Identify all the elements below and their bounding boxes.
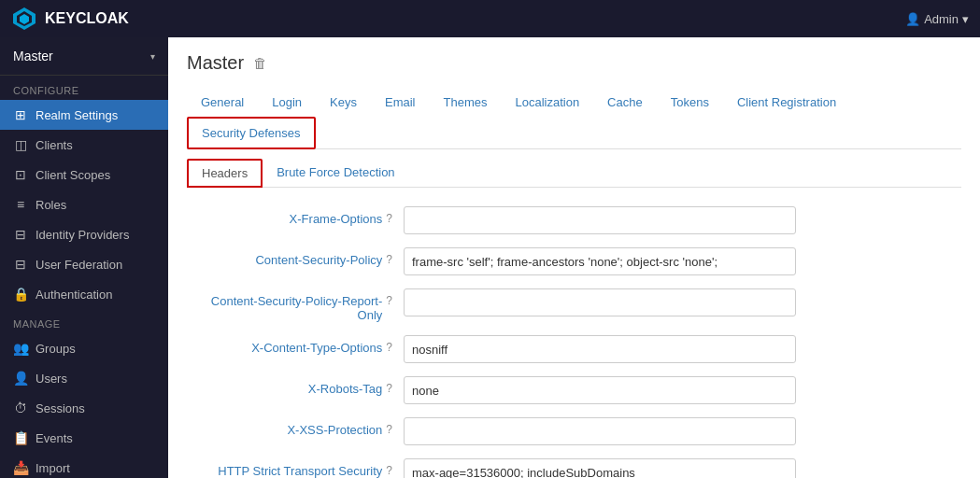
sidebar-item-identity-providers-label: Identity Providers: [36, 228, 129, 242]
csp-report-only-help-icon[interactable]: ?: [386, 294, 392, 307]
tabs-bar: General Login Keys Email Themes Localiza…: [187, 87, 961, 149]
page-title-row: Master 🗑: [187, 52, 961, 74]
x-frame-options-input[interactable]: [404, 206, 796, 234]
authentication-icon: 🔒: [13, 287, 28, 302]
form-area: X-Frame-Options ? Content-Security-Polic…: [168, 188, 980, 478]
x-xss-protection-label: X-XSS-Protection ?: [196, 417, 392, 437]
x-robots-tag-label: X-Robots-Tag ?: [196, 376, 392, 396]
user-label: Admin: [924, 12, 959, 26]
realm-label: Master: [13, 49, 53, 63]
roles-icon: ≡: [13, 197, 28, 212]
sidebar-item-user-federation-label: User Federation: [36, 258, 122, 272]
events-icon: 📋: [13, 430, 28, 445]
user-menu[interactable]: 👤 Admin ▾: [905, 12, 969, 26]
sidebar-item-realm-settings[interactable]: ⊞ Realm Settings: [0, 100, 168, 130]
users-icon: 👤: [13, 371, 28, 386]
x-frame-options-label: X-Frame-Options ?: [196, 206, 392, 226]
content-security-policy-label: Content-Security-Policy ?: [196, 247, 392, 267]
subtabs-bar: Headers Brute Force Detection: [187, 149, 961, 188]
sidebar-item-import[interactable]: 📥 Import: [0, 453, 168, 478]
sidebar-item-events-label: Events: [36, 431, 73, 445]
realm-chevron-icon: ▾: [150, 51, 155, 62]
user-icon: 👤: [905, 12, 920, 26]
realm-selector[interactable]: Master ▾: [0, 37, 168, 76]
main-layout: Master ▾ Configure ⊞ Realm Settings ◫ Cl…: [0, 37, 980, 478]
content-area: Master 🗑 General Login Keys Email Themes…: [168, 37, 980, 478]
sidebar-item-identity-providers[interactable]: ⊟ Identity Providers: [0, 219, 168, 249]
user-federation-icon: ⊟: [13, 257, 28, 272]
tab-client-registration[interactable]: Client Registration: [723, 87, 850, 118]
x-xss-protection-row: X-XSS-Protection ?: [196, 417, 952, 445]
tab-email[interactable]: Email: [371, 87, 430, 118]
sidebar-item-user-federation[interactable]: ⊟ User Federation: [0, 249, 168, 279]
groups-icon: 👥: [13, 341, 28, 356]
csp-report-only-label: Content-Security-Policy-Report-Only ?: [196, 288, 392, 322]
x-content-type-options-row: X-Content-Type-Options ?: [196, 335, 952, 363]
sidebar-item-roles[interactable]: ≡ Roles: [0, 190, 168, 219]
client-scopes-icon: ⊡: [13, 167, 28, 182]
user-chevron-icon: ▾: [962, 12, 969, 26]
hsts-row: HTTP Strict Transport Security (HSTS) ?: [196, 458, 952, 478]
x-robots-tag-row: X-Robots-Tag ?: [196, 376, 952, 404]
hsts-label: HTTP Strict Transport Security (HSTS) ?: [196, 458, 392, 478]
x-robots-tag-input[interactable]: [404, 376, 796, 404]
sidebar-item-users[interactable]: 👤 Users: [0, 363, 168, 393]
subtab-headers[interactable]: Headers: [187, 159, 263, 188]
tab-tokens[interactable]: Tokens: [657, 87, 723, 118]
x-frame-options-row: X-Frame-Options ?: [196, 206, 952, 234]
tab-keys[interactable]: Keys: [316, 87, 371, 118]
tab-cache[interactable]: Cache: [593, 87, 657, 118]
sidebar: Master ▾ Configure ⊞ Realm Settings ◫ Cl…: [0, 37, 168, 478]
sidebar-item-authentication[interactable]: 🔒 Authentication: [0, 279, 168, 309]
navbar: KEYCLOAK 👤 Admin ▾: [0, 0, 980, 37]
x-content-type-options-input[interactable]: [404, 335, 796, 363]
tab-localization[interactable]: Localization: [501, 87, 593, 118]
content-security-policy-input[interactable]: [404, 247, 796, 275]
sidebar-item-groups[interactable]: 👥 Groups: [0, 333, 168, 363]
sidebar-item-sessions-label: Sessions: [36, 401, 85, 415]
tab-security-defenses[interactable]: Security Defenses: [187, 117, 316, 149]
configure-section-label: Configure: [0, 76, 168, 100]
sidebar-item-users-label: Users: [36, 372, 67, 386]
identity-providers-icon: ⊟: [13, 227, 28, 242]
content-security-policy-help-icon[interactable]: ?: [386, 253, 392, 266]
x-frame-options-help-icon[interactable]: ?: [386, 212, 392, 225]
sidebar-item-client-scopes-label: Client Scopes: [36, 168, 110, 182]
x-robots-tag-help-icon[interactable]: ?: [386, 382, 392, 395]
sessions-icon: ⏱: [13, 401, 28, 415]
realm-settings-icon: ⊞: [13, 107, 28, 122]
tab-themes[interactable]: Themes: [429, 87, 501, 118]
sidebar-item-sessions[interactable]: ⏱ Sessions: [0, 393, 168, 423]
csp-report-only-row: Content-Security-Policy-Report-Only ?: [196, 288, 952, 322]
sidebar-item-groups-label: Groups: [36, 342, 76, 356]
x-content-type-options-label: X-Content-Type-Options ?: [196, 335, 392, 355]
sidebar-item-authentication-label: Authentication: [36, 288, 112, 302]
delete-realm-icon[interactable]: 🗑: [253, 55, 267, 71]
tab-general[interactable]: General: [187, 87, 258, 118]
x-xss-protection-help-icon[interactable]: ?: [386, 423, 392, 436]
sidebar-item-clients[interactable]: ◫ Clients: [0, 130, 168, 160]
sidebar-item-events[interactable]: 📋 Events: [0, 423, 168, 453]
import-icon: 📥: [13, 460, 28, 475]
page-header: Master 🗑: [168, 37, 980, 87]
sidebar-item-clients-label: Clients: [36, 138, 73, 152]
subtab-brute-force[interactable]: Brute Force Detection: [263, 159, 408, 188]
sidebar-item-realm-settings-label: Realm Settings: [36, 108, 118, 122]
tab-login[interactable]: Login: [258, 87, 316, 118]
x-xss-protection-input[interactable]: [404, 417, 796, 445]
hsts-input[interactable]: [404, 458, 796, 478]
keycloak-logo-icon: [11, 6, 37, 32]
manage-section-label: Manage: [0, 309, 168, 333]
brand: KEYCLOAK: [11, 6, 129, 32]
content-security-policy-row: Content-Security-Policy ?: [196, 247, 952, 275]
csp-report-only-input[interactable]: [404, 288, 796, 316]
hsts-help-icon[interactable]: ?: [386, 464, 392, 477]
sidebar-item-import-label: Import: [36, 461, 70, 475]
x-content-type-options-help-icon[interactable]: ?: [386, 341, 392, 354]
clients-icon: ◫: [13, 137, 28, 152]
brand-label: KEYCLOAK: [45, 10, 129, 27]
page-title: Master: [187, 52, 244, 74]
sidebar-item-roles-label: Roles: [36, 198, 66, 212]
sidebar-item-client-scopes[interactable]: ⊡ Client Scopes: [0, 160, 168, 190]
